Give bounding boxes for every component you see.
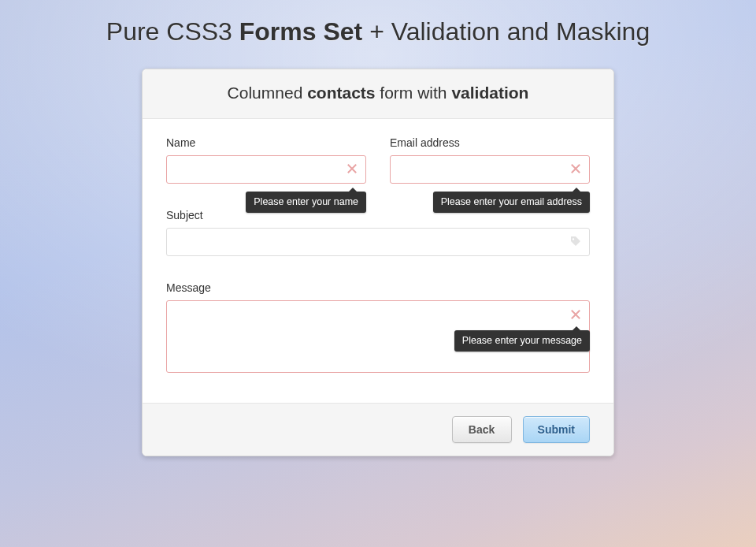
- form-header-bold-1: contacts: [307, 84, 375, 102]
- email-error-tooltip: Please enter your email address: [433, 192, 590, 213]
- message-label: Message: [166, 281, 590, 294]
- field-message: Message Please enter your message: [166, 281, 590, 376]
- field-email: Email address Please enter your email ad…: [390, 136, 590, 184]
- form-card: Columned contacts form with validation N…: [142, 69, 614, 456]
- field-subject: Subject: [166, 209, 590, 256]
- form-header-text: Columned: [228, 84, 308, 102]
- name-error-tooltip: Please enter your name: [246, 192, 366, 213]
- tag-icon: [569, 235, 582, 247]
- page-title-part: Pure CSS3: [106, 17, 239, 46]
- form-header: Columned contacts form with validation: [143, 69, 613, 119]
- form-header-text-2: form with: [376, 84, 452, 102]
- name-label: Name: [166, 136, 366, 149]
- form-body: Name Please enter your name Email addres…: [143, 119, 613, 403]
- form-header-bold-2: validation: [451, 84, 528, 102]
- back-button[interactable]: Back: [452, 416, 512, 443]
- error-icon: [346, 162, 358, 175]
- page-title-part-2: + Validation and Masking: [362, 17, 650, 46]
- name-input[interactable]: [166, 155, 366, 184]
- form-footer: Back Submit: [143, 403, 613, 456]
- email-input[interactable]: [390, 155, 590, 184]
- message-error-tooltip: Please enter your message: [454, 330, 590, 352]
- field-name: Name Please enter your name: [166, 136, 366, 184]
- page-title-bold: Forms Set: [239, 17, 362, 46]
- error-icon: [569, 308, 582, 321]
- submit-button[interactable]: Submit: [523, 416, 590, 443]
- subject-input[interactable]: [166, 228, 590, 256]
- page-title: Pure CSS3 Forms Set + Validation and Mas…: [0, 0, 756, 47]
- email-label: Email address: [390, 136, 590, 149]
- error-icon: [569, 162, 582, 175]
